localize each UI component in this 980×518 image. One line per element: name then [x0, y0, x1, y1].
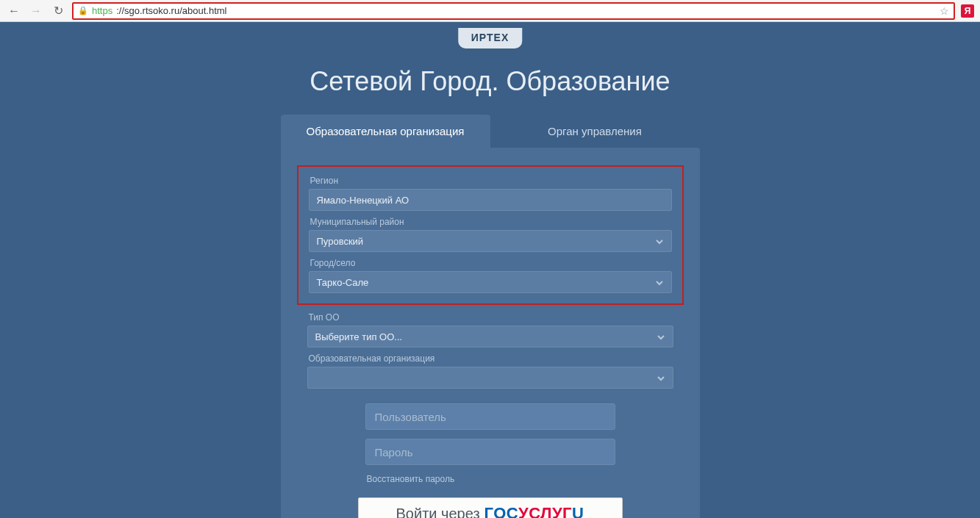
password-input[interactable] [365, 439, 615, 465]
gosuslugi-logo: ГОСУСЛУГU [484, 504, 584, 518]
bookmark-icon[interactable]: ☆ [940, 5, 949, 17]
lower-fields: Тип ОО Выберите тип ОО... Образовательна… [297, 312, 684, 389]
logo-badge: ИРТЕХ [458, 28, 522, 48]
browser-toolbar: ← → ↻ 🔒 https://sgo.rtsoko.ru/about.html… [0, 0, 980, 22]
tab-organization[interactable]: Образовательная организация [281, 115, 490, 148]
type-label: Тип ОО [309, 312, 673, 323]
region-label: Регион [310, 176, 672, 186]
district-value: Пуровский [317, 236, 364, 247]
region-highlight-box: Регион Ямало-Ненецкий АО Муниципальный р… [297, 165, 684, 305]
district-label: Муниципальный район [310, 217, 672, 227]
region-select[interactable]: Ямало-Ненецкий АО [309, 189, 672, 211]
forward-button[interactable]: → [28, 3, 44, 19]
lock-icon: 🔒 [78, 6, 88, 15]
page-body: ИРТЕХ Сетевой Город. Образование Образов… [0, 22, 980, 518]
org-label: Образовательная организация [309, 353, 673, 364]
forgot-password-link[interactable]: Восстановить пароль [365, 474, 615, 484]
tab-bar: Образовательная организация Орган управл… [281, 115, 700, 148]
city-select[interactable]: Тарко-Сале [309, 271, 672, 293]
address-bar[interactable]: 🔒 https://sgo.rtsoko.ru/about.html ☆ [72, 2, 955, 20]
login-panel: Образовательная организация Орган управл… [281, 115, 700, 518]
type-select[interactable]: Выберите тип ОО... [307, 325, 673, 348]
url-scheme: https [92, 5, 112, 16]
credentials-block: Восстановить пароль [365, 403, 615, 484]
chevron-down-icon [655, 278, 664, 289]
region-value: Ямало-Ненецкий АО [317, 195, 409, 206]
chevron-down-icon [657, 374, 665, 385]
url-path: ://sgo.rtsoko.ru/about.html [116, 5, 226, 16]
back-button[interactable]: ← [6, 3, 22, 19]
gosuslugi-login-button[interactable]: Войти через ГОСУСЛУГU [358, 497, 623, 518]
district-select[interactable]: Пуровский [309, 230, 672, 252]
gos-prefix: Войти через [396, 506, 480, 519]
type-value: Выберите тип ОО... [315, 331, 403, 342]
city-value: Тарко-Сале [317, 277, 369, 288]
reload-button[interactable]: ↻ [50, 3, 66, 19]
chevron-down-icon [657, 333, 665, 344]
chevron-down-icon [655, 237, 664, 248]
org-select[interactable] [307, 367, 673, 389]
username-input[interactable] [365, 403, 615, 430]
city-label: Город/село [310, 258, 672, 268]
panel-body: Регион Ямало-Ненецкий АО Муниципальный р… [281, 148, 700, 518]
tab-authority[interactable]: Орган управления [490, 115, 700, 148]
yandex-icon[interactable]: Я [961, 4, 974, 18]
